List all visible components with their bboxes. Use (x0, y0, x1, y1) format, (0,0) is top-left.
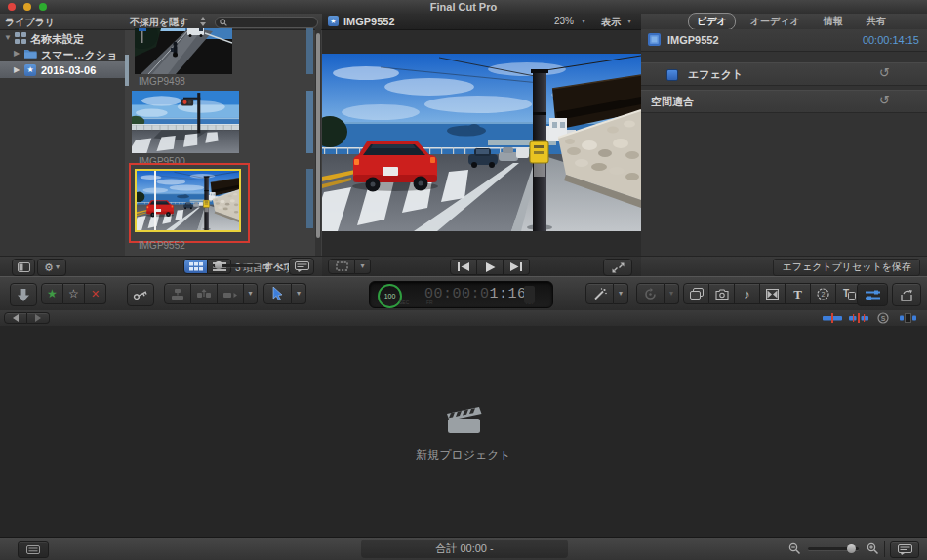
inspector-toggle-button[interactable] (857, 283, 888, 306)
insert-edit-button[interactable] (191, 283, 218, 304)
filter-arrows-icon[interactable] (199, 15, 207, 28)
disclosure-closed-icon[interactable]: ▶ (14, 50, 20, 58)
tab-audio[interactable]: オーディオ (742, 13, 809, 30)
library-icon (15, 32, 26, 44)
timeline-appearance-button[interactable] (890, 541, 919, 558)
enhancements-button[interactable] (585, 283, 614, 304)
effects-section-label: エフェクト (688, 67, 743, 82)
clip-name-label: IMGP9498 (139, 76, 185, 87)
final-cut-pro-window: Final Cut Pro ライブラリ ▼ 名称未設定 ▶ スマー…クション ▶… (0, 0, 927, 560)
unrate-star-icon: ☆ (68, 288, 79, 300)
zoom-in-icon[interactable] (867, 542, 879, 555)
solo-toggle[interactable]: S (876, 312, 890, 324)
crop-tool-chevron[interactable]: ▾ (355, 259, 371, 274)
reject-button[interactable]: ✕ (85, 283, 106, 304)
timecode-unit-fr: FR (426, 300, 433, 305)
clapperboard-icon (443, 402, 484, 437)
browser-scrollbar[interactable] (315, 29, 321, 256)
sidebar-toggle-button[interactable] (12, 259, 35, 276)
save-effects-preset-button[interactable]: エフェクトプリセットを保存 (773, 259, 920, 276)
clip-appearance-button[interactable] (289, 258, 314, 275)
timeline-area[interactable]: 新規プロジェクト (0, 326, 927, 537)
clip-name-label: IMGP9552 (139, 240, 185, 251)
sidebar-item-smart-collection[interactable]: ▶ スマー…クション (0, 46, 125, 61)
play-button[interactable] (477, 259, 504, 275)
event-action-menu-button[interactable]: ⚙ ▾ (37, 259, 66, 276)
import-media-button[interactable] (10, 283, 37, 306)
sidebar-header: ライブラリ (5, 16, 55, 29)
spatial-conform-section-header[interactable]: 空間適合 ↺ (641, 90, 927, 113)
window-title: Final Cut Pro (0, 1, 927, 13)
clip-thumbnail-imgp9500[interactable] (132, 91, 239, 153)
spatial-conform-label: 空間適合 (651, 95, 694, 109)
bottom-status-bar: 合計 00:00 - (0, 537, 927, 560)
retime-button[interactable] (636, 283, 665, 304)
enhancements-chevron[interactable]: ▾ (614, 283, 628, 304)
music-browser-button[interactable]: ♪ (735, 283, 760, 304)
filter-dropdown[interactable]: 不採用を隠す (130, 16, 188, 29)
new-project-label: 新規プロジェクト (415, 447, 512, 463)
share-button[interactable] (892, 283, 921, 306)
sidebar-item-event-2016-03-06[interactable]: ▶ ★ 2016-03-06 (0, 61, 125, 78)
search-icon (220, 19, 227, 26)
viewer-canvas[interactable] (322, 54, 641, 231)
inspector-clip-name: IMGP9552 (667, 34, 719, 46)
sidebar-footer: ⚙ ▾ (0, 256, 125, 277)
next-frame-button[interactable] (504, 259, 530, 275)
select-tool-button[interactable] (263, 283, 292, 304)
photos-browser-button[interactable] (709, 283, 735, 304)
skimming-toggle[interactable] (823, 313, 842, 323)
timeline-index-button[interactable] (18, 541, 49, 558)
effects-reset-icon[interactable]: ↺ (879, 66, 890, 79)
disclosure-open-icon[interactable]: ▼ (4, 34, 12, 42)
effects-browser-button[interactable] (683, 283, 709, 304)
timeline-forward-button[interactable] (27, 312, 50, 324)
retime-chevron[interactable]: ▾ (665, 283, 679, 304)
timeline-back-button[interactable] (4, 312, 27, 324)
keyword-editor-button[interactable] (127, 283, 154, 306)
tab-share[interactable]: 共有 (858, 13, 895, 30)
clip-thumbnail-imgp9498[interactable] (135, 28, 232, 74)
timeline-zoom-slider[interactable] (808, 547, 859, 550)
unrate-button[interactable]: ☆ (63, 283, 85, 304)
tab-info[interactable]: 情報 (815, 13, 852, 30)
append-edit-button[interactable] (218, 283, 244, 304)
themes-browser-button[interactable]: 2 (811, 283, 836, 304)
slider-knob[interactable] (215, 261, 222, 269)
viewer-zoom-level[interactable]: 23% (554, 16, 574, 26)
zoom-out-icon[interactable] (788, 542, 801, 555)
dashboard[interactable]: 100 00:00:01:16 SEC FR HR (369, 281, 553, 308)
svg-text:T: T (842, 288, 848, 299)
viewer-view-menu[interactable]: 表示 (601, 16, 621, 29)
favorite-button[interactable]: ★ (41, 283, 63, 304)
new-project-dropzone[interactable]: 新規プロジェクト (415, 402, 512, 470)
previous-frame-button[interactable] (450, 259, 477, 275)
transitions-browser-button[interactable] (760, 283, 786, 304)
snapping-toggle[interactable] (900, 313, 916, 323)
search-field[interactable] (215, 17, 318, 28)
titles-browser-button[interactable]: T (786, 283, 811, 304)
crop-tool-button[interactable] (328, 259, 355, 274)
sidebar-item-untitled-library[interactable]: ▼ 名称未設定 (0, 30, 125, 46)
zoom-chevron-icon[interactable]: ▾ (582, 18, 585, 25)
tool-options-chevron[interactable]: ▾ (292, 283, 306, 304)
project-duration-panel: 合計 00:00 - (361, 540, 568, 558)
edit-options-chevron[interactable]: ▾ (244, 283, 258, 304)
timecode-display[interactable]: 00:00:01:16 (424, 286, 527, 302)
filmstrip-view-button[interactable] (183, 259, 208, 274)
disclosure-closed-icon[interactable]: ▶ (14, 66, 20, 74)
partial-thumb-sliver (306, 91, 313, 153)
effects-checkbox[interactable] (666, 69, 678, 81)
view-chevron-icon[interactable]: ▾ (627, 18, 631, 25)
thumb-duration-slider[interactable] (213, 264, 258, 267)
connect-edit-button[interactable] (164, 283, 191, 304)
clip-thumbnail-imgp9552[interactable] (135, 169, 241, 232)
effects-section-header[interactable]: エフェクト ↺ (641, 62, 927, 86)
audio-skimming-toggle[interactable] (849, 313, 868, 323)
fullscreen-button[interactable] (603, 259, 632, 276)
left-edge-partial-thumb (125, 55, 129, 86)
audio-meter[interactable] (524, 286, 535, 303)
sidebar-item-label: 名称未設定 (30, 32, 84, 47)
spatial-conform-reset-icon[interactable]: ↺ (879, 94, 890, 106)
tab-video[interactable]: ビデオ (688, 13, 736, 30)
